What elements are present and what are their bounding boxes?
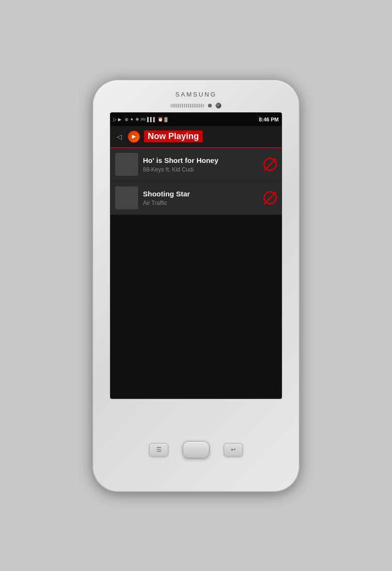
- menu-button[interactable]: ☰: [149, 443, 168, 456]
- signal-bars-icon: ▌▌▌: [147, 117, 156, 122]
- back-nav-icon: ↩: [231, 446, 236, 453]
- screen-empty-area: [110, 215, 282, 399]
- status-left: ▷ ▶ ⊕ ✦ ❖ 3G ▌▌▌ ⏰ ▓: [113, 117, 167, 122]
- app-play-icon: ▶: [132, 134, 136, 139]
- song-thumb-2: [115, 186, 138, 209]
- speaker-grille: [171, 104, 204, 108]
- alarm-icon: ⏰: [158, 117, 163, 122]
- play-icon: ▶: [118, 117, 121, 122]
- back-nav-button[interactable]: ↩: [224, 443, 243, 456]
- song-item-2[interactable]: Shooting Star Air Traffic: [110, 182, 282, 215]
- menu-icon: ☰: [156, 446, 162, 453]
- phone-screen: ▷ ▶ ⊕ ✦ ❖ 3G ▌▌▌ ⏰ ▓ 8:46 PM ◁: [110, 112, 282, 399]
- song-item-1[interactable]: Ho' is Short for Honey 88-Keys ft. Kid C…: [110, 148, 282, 182]
- media-icon: ▷: [113, 117, 117, 122]
- song-artist-2: Air Traffic: [143, 200, 259, 206]
- battery-icon: ▓: [164, 117, 168, 122]
- status-bar: ▷ ▶ ⊕ ✦ ❖ 3G ▌▌▌ ⏰ ▓ 8:46 PM: [110, 113, 282, 126]
- top-sensors: [171, 103, 221, 108]
- nav-buttons: ☰ ↩: [149, 441, 243, 458]
- phone-bottom: ☰ ↩: [93, 399, 299, 491]
- compass-icon: ⊕: [125, 117, 129, 122]
- signal-3g-icon: 3G: [141, 117, 146, 121]
- sync-icon: ❖: [135, 117, 139, 122]
- phone-top: SAMSUNG: [93, 80, 299, 112]
- header-bar: ◁ ▶ Now Playing: [110, 126, 282, 148]
- now-playing-title: Now Playing: [144, 130, 203, 142]
- song-artist-1: 88-Keys ft. Kid Cudi: [143, 166, 259, 173]
- status-right: 8:46 PM: [259, 117, 279, 122]
- sensor-dot: [208, 104, 212, 108]
- home-button[interactable]: [183, 441, 209, 458]
- song-list: Ho' is Short for Honey 88-Keys ft. Kid C…: [110, 148, 282, 215]
- bluetooth-icon: ✦: [130, 117, 134, 122]
- song-title-2: Shooting Star: [143, 190, 259, 198]
- phone-device: SAMSUNG ▷ ▶ ⊕ ✦ ❖ 3G ▌▌▌ ⏰ ▓: [93, 80, 299, 491]
- status-time: 8:46 PM: [259, 117, 279, 122]
- back-button[interactable]: ◁: [114, 132, 124, 141]
- back-chevron-icon: ◁: [117, 133, 122, 140]
- camera-dot: [216, 103, 221, 108]
- brand-logo: SAMSUNG: [175, 91, 217, 98]
- app-logo-icon: ▶: [128, 130, 140, 143]
- song-thumb-1: [115, 153, 138, 176]
- song-info-2: Shooting Star Air Traffic: [143, 190, 259, 206]
- no-entry-icon-1[interactable]: [263, 158, 277, 171]
- no-entry-icon-2[interactable]: [263, 191, 277, 205]
- song-title-1: Ho' is Short for Honey: [143, 156, 259, 164]
- song-info-1: Ho' is Short for Honey 88-Keys ft. Kid C…: [143, 156, 259, 173]
